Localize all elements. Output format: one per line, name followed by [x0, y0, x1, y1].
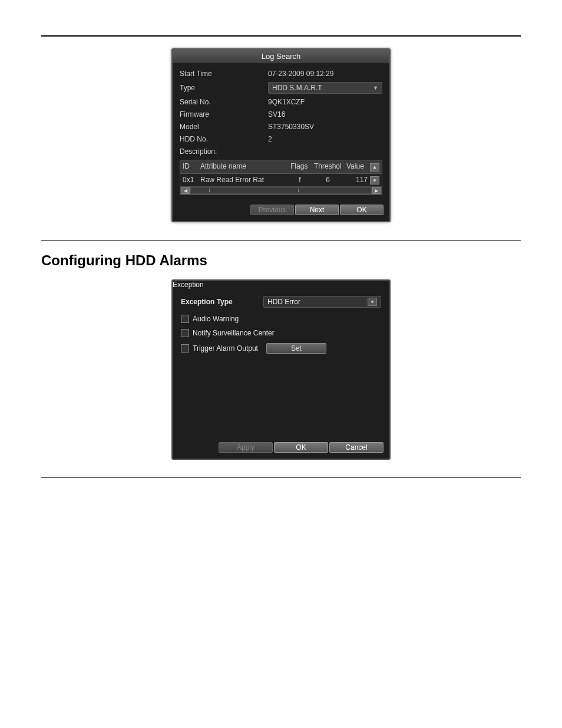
previous-button[interactable]: Previous: [250, 205, 294, 215]
audio-warning-checkbox[interactable]: [181, 315, 189, 323]
apply-button[interactable]: Apply: [219, 442, 273, 453]
notify-center-label: Notify Surveillance Center: [193, 329, 275, 337]
set-button[interactable]: Set: [266, 343, 326, 354]
type-combo[interactable]: HDD S.M.A.R.T ▼: [268, 82, 382, 94]
ok-button[interactable]: OK: [274, 442, 328, 453]
start-time-label: Start Time: [180, 70, 268, 78]
dialog-title: Log Search: [173, 50, 389, 64]
log-search-dialog: Log Search Start Time 07-23-2009 09:12:2…: [171, 48, 391, 222]
firmware-label: Firmware: [180, 110, 268, 118]
serial-value: 9QK1XCZF: [268, 98, 382, 106]
th-value: Value: [346, 162, 370, 172]
exception-type-label: Exception Type: [181, 298, 263, 306]
th-flags: Flags: [290, 162, 314, 172]
firmware-value: SV16: [268, 110, 382, 118]
hdd-no-label: HDD No.: [180, 135, 268, 143]
cancel-button[interactable]: Cancel: [329, 442, 384, 453]
table-row[interactable]: 0x1 Raw Read Error Rat f 6 117 ▼: [180, 174, 382, 187]
scroll-left-icon[interactable]: ◀: [181, 187, 190, 194]
chevron-down-icon: ▼: [373, 85, 378, 91]
exception-type-combo[interactable]: HDD Error ▼: [263, 296, 381, 308]
chevron-down-icon: ▼: [368, 298, 377, 306]
ok-button[interactable]: OK: [340, 205, 384, 215]
table-header: ID Attribute name Flags Threshol Value ▲: [180, 160, 382, 174]
hdd-no-value: 2: [268, 135, 382, 143]
td-attr: Raw Read Error Rat: [200, 176, 288, 185]
scroll-down-icon[interactable]: ▼: [370, 176, 379, 185]
type-label: Type: [180, 84, 268, 92]
th-threshold: Threshol: [314, 162, 346, 172]
th-attribute: Attribute name: [200, 162, 290, 172]
scroll-up-icon[interactable]: ▲: [370, 163, 379, 172]
td-flags: f: [288, 176, 312, 185]
trigger-alarm-label: Trigger Alarm Output: [193, 344, 258, 353]
model-label: Model: [180, 123, 268, 131]
exception-dialog: Exception Exception Type HDD Error ▼ Aud…: [171, 279, 391, 460]
td-threshold: 6: [312, 176, 344, 185]
smart-table: ID Attribute name Flags Threshol Value ▲…: [180, 160, 382, 195]
td-id: 0x1: [183, 176, 200, 185]
type-combo-value: HDD S.M.A.R.T: [272, 84, 322, 92]
notify-center-checkbox[interactable]: [181, 329, 189, 337]
start-time-value: 07-23-2009 09:12:29: [268, 70, 382, 78]
trigger-alarm-checkbox[interactable]: [181, 344, 189, 353]
td-value: 117: [344, 176, 370, 185]
exception-type-value: HDD Error: [267, 298, 300, 306]
next-button[interactable]: Next: [295, 205, 339, 215]
serial-label: Serial No.: [180, 98, 268, 106]
section-title: Configuring HDD Alarms: [41, 252, 521, 269]
model-value: ST3750330SV: [268, 123, 382, 131]
scroll-right-icon[interactable]: ▶: [372, 187, 381, 194]
exception-title: Exception: [173, 281, 389, 289]
th-id: ID: [183, 162, 200, 172]
horizontal-scrollbar[interactable]: ◀ ▶: [180, 186, 382, 195]
description-label: Description:: [180, 147, 268, 156]
audio-warning-label: Audio Warning: [193, 315, 239, 323]
